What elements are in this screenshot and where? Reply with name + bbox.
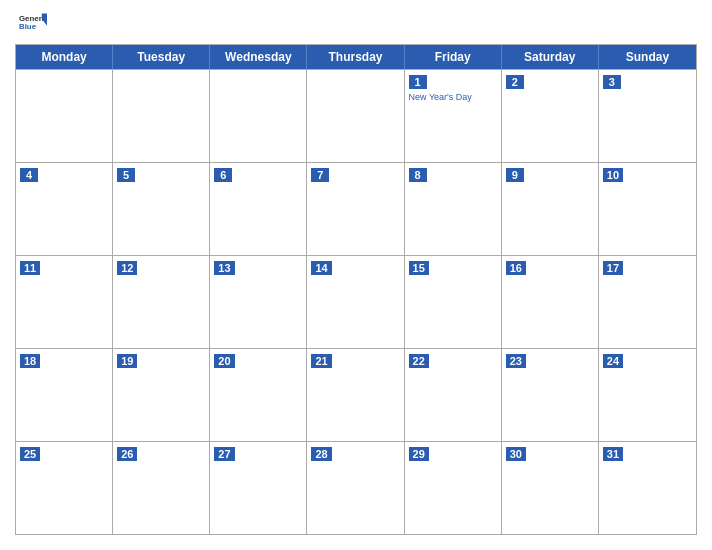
calendar-week-4: 18192021222324 (16, 348, 696, 441)
cell-date-number: 15 (409, 261, 429, 275)
calendar-cell: 14 (307, 256, 404, 348)
calendar-cell: 24 (599, 349, 696, 441)
logo: General Blue (19, 10, 47, 38)
weekday-header-tuesday: Tuesday (113, 45, 210, 69)
cell-date-number: 2 (506, 75, 524, 89)
cell-date-number: 5 (117, 168, 135, 182)
calendar-cell: 26 (113, 442, 210, 534)
cell-date-number: 20 (214, 354, 234, 368)
cell-date-number: 26 (117, 447, 137, 461)
calendar-header: General Blue (15, 10, 697, 38)
calendar-cell: 18 (16, 349, 113, 441)
calendar-cell: 19 (113, 349, 210, 441)
calendar-cell: 22 (405, 349, 502, 441)
svg-marker-2 (42, 14, 47, 26)
cell-date-number: 29 (409, 447, 429, 461)
weekday-header-wednesday: Wednesday (210, 45, 307, 69)
calendar-cell: 15 (405, 256, 502, 348)
cell-date-number: 10 (603, 168, 623, 182)
calendar-cell: 17 (599, 256, 696, 348)
calendar-cell: 31 (599, 442, 696, 534)
calendar-cell: 11 (16, 256, 113, 348)
weekday-header-row: MondayTuesdayWednesdayThursdayFridaySatu… (16, 45, 696, 69)
calendar-cell: 1New Year's Day (405, 70, 502, 162)
holiday-label: New Year's Day (409, 92, 497, 103)
cell-date-number: 6 (214, 168, 232, 182)
cell-date-number: 4 (20, 168, 38, 182)
calendar-body: 1New Year's Day2345678910111213141516171… (16, 69, 696, 534)
calendar-cell: 6 (210, 163, 307, 255)
cell-date-number: 19 (117, 354, 137, 368)
cell-date-number: 25 (20, 447, 40, 461)
calendar-cell: 3 (599, 70, 696, 162)
weekday-header-monday: Monday (16, 45, 113, 69)
calendar-week-1: 1New Year's Day23 (16, 69, 696, 162)
cell-date-number: 8 (409, 168, 427, 182)
calendar-cell (113, 70, 210, 162)
calendar-cell (210, 70, 307, 162)
cell-date-number: 9 (506, 168, 524, 182)
cell-date-number: 27 (214, 447, 234, 461)
cell-date-number: 30 (506, 447, 526, 461)
calendar: MondayTuesdayWednesdayThursdayFridaySatu… (15, 44, 697, 535)
calendar-cell: 27 (210, 442, 307, 534)
weekday-header-sunday: Sunday (599, 45, 696, 69)
cell-date-number (117, 84, 135, 86)
calendar-week-2: 45678910 (16, 162, 696, 255)
cell-date-number: 7 (311, 168, 329, 182)
cell-date-number: 12 (117, 261, 137, 275)
calendar-cell: 28 (307, 442, 404, 534)
calendar-cell: 10 (599, 163, 696, 255)
cell-date-number: 21 (311, 354, 331, 368)
calendar-cell: 13 (210, 256, 307, 348)
calendar-cell: 16 (502, 256, 599, 348)
calendar-week-5: 25262728293031 (16, 441, 696, 534)
calendar-week-3: 11121314151617 (16, 255, 696, 348)
calendar-cell: 7 (307, 163, 404, 255)
cell-date-number: 1 (409, 75, 427, 89)
cell-date-number: 3 (603, 75, 621, 89)
cell-date-number: 31 (603, 447, 623, 461)
cell-date-number: 23 (506, 354, 526, 368)
calendar-cell: 20 (210, 349, 307, 441)
calendar-cell: 8 (405, 163, 502, 255)
weekday-header-friday: Friday (405, 45, 502, 69)
calendar-cell (307, 70, 404, 162)
cell-date-number: 18 (20, 354, 40, 368)
cell-date-number: 22 (409, 354, 429, 368)
calendar-cell: 12 (113, 256, 210, 348)
weekday-header-thursday: Thursday (307, 45, 404, 69)
calendar-cell: 29 (405, 442, 502, 534)
calendar-cell: 2 (502, 70, 599, 162)
logo-icon: General Blue (19, 10, 47, 38)
cell-date-number: 17 (603, 261, 623, 275)
cell-date-number (214, 84, 232, 86)
weekday-header-saturday: Saturday (502, 45, 599, 69)
cell-date-number: 24 (603, 354, 623, 368)
calendar-cell (16, 70, 113, 162)
calendar-cell: 30 (502, 442, 599, 534)
cell-date-number: 13 (214, 261, 234, 275)
cell-date-number: 16 (506, 261, 526, 275)
svg-text:Blue: Blue (19, 22, 37, 31)
calendar-cell: 4 (16, 163, 113, 255)
cell-date-number: 11 (20, 261, 40, 275)
cell-date-number (20, 84, 38, 86)
calendar-cell: 5 (113, 163, 210, 255)
calendar-cell: 23 (502, 349, 599, 441)
cell-date-number (311, 84, 329, 86)
calendar-cell: 21 (307, 349, 404, 441)
calendar-cell: 25 (16, 442, 113, 534)
cell-date-number: 14 (311, 261, 331, 275)
calendar-cell: 9 (502, 163, 599, 255)
cell-date-number: 28 (311, 447, 331, 461)
